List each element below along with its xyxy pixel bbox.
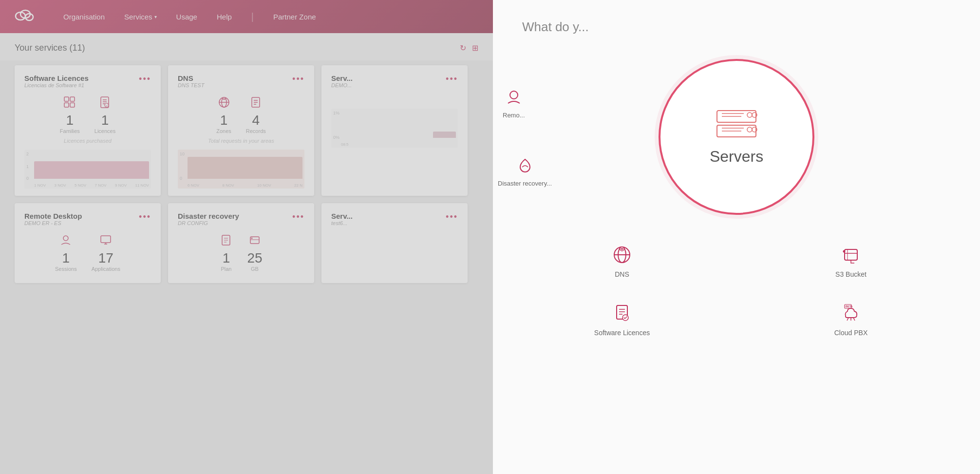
header-icons: ↻ ⊞	[460, 43, 478, 53]
software-label: Software Licences	[594, 329, 650, 337]
nav-usage[interactable]: Usage	[176, 13, 197, 21]
x-label-2: 5 NOV	[75, 183, 86, 188]
refresh-icon[interactable]: ↻	[460, 43, 466, 53]
chart-bar-area-dns	[188, 157, 302, 179]
chart-y-bot-partial: 0%	[333, 135, 339, 140]
licences-label: Licences	[94, 128, 115, 134]
svg-point-48	[621, 248, 623, 250]
nav-help[interactable]: Help	[217, 13, 232, 21]
stat-sessions: 1 Sessions	[55, 234, 77, 272]
licences-icon: ✓	[94, 96, 115, 112]
sessions-label: Sessions	[55, 266, 77, 272]
card-dns[interactable]: DNS DNS TEST •••	[168, 65, 314, 196]
card-menu[interactable]: •••	[292, 74, 304, 84]
svg-point-52	[843, 250, 846, 253]
side-item-remote[interactable]: Remo...	[503, 88, 525, 119]
x-partial: 08:5	[341, 142, 349, 147]
x-label-dns-3: 22 N	[294, 183, 302, 188]
software-icon	[611, 303, 633, 324]
services-dropdown-panel: What do y... Remo... Disaster recovery..…	[493, 0, 980, 474]
dns-label: DNS	[615, 270, 629, 278]
gb-icon	[247, 234, 262, 249]
records-number: 4	[246, 114, 266, 127]
remote-icon	[505, 88, 523, 108]
families-icon	[60, 96, 80, 112]
card-remote-desktop[interactable]: Remote Desktop DEMO ER - ES ••• 1 Sessio…	[15, 203, 161, 283]
chart-bar-dns	[188, 157, 302, 179]
licences-number: 1	[94, 114, 115, 127]
card-chart-partial: 1% 0% 08:5	[331, 109, 458, 148]
sessions-number: 1	[55, 251, 77, 265]
card-disaster-recovery[interactable]: Disaster recovery DR CONFIG •••	[168, 203, 314, 283]
card-menu[interactable]: •••	[446, 74, 458, 84]
chart-bar	[34, 161, 149, 179]
card-server-partial[interactable]: Serv... DEMO... ••• 1% 0% 08:5	[321, 65, 468, 196]
servers-circle-container: Remo... Disaster recovery...	[522, 59, 951, 215]
svg-rect-23	[101, 236, 111, 243]
service-item-dns[interactable]: DNS	[522, 239, 722, 283]
card-menu[interactable]: •••	[139, 212, 151, 222]
servers-circle[interactable]: Servers	[659, 59, 814, 215]
x-label-dns-0: 6 NOV	[188, 183, 199, 188]
svg-point-37	[747, 113, 752, 117]
card-subtitle: Licencias de Software #1	[24, 82, 89, 88]
x-label-4: 9 NOV	[115, 183, 127, 188]
chart-bar-area-partial	[341, 116, 456, 138]
services-title: Your services (11)	[15, 43, 85, 53]
nav-organisation[interactable]: Organisation	[63, 13, 105, 21]
cloud-pbx-icon: BETA	[840, 303, 862, 324]
svg-point-33	[510, 91, 518, 99]
card-title: DNS	[178, 74, 204, 82]
card-serv-partial-2[interactable]: Serv... test6... •••	[321, 203, 468, 283]
zones-number: 1	[216, 114, 231, 127]
x-label-5: 11 NOV	[135, 183, 149, 188]
nav-partner-zone[interactable]: Partner Zone	[273, 13, 316, 21]
service-item-s3[interactable]: S3 Bucket	[751, 239, 951, 283]
card-title: Serv...	[331, 74, 353, 82]
plan-number: 1	[220, 251, 232, 265]
logo-icon	[15, 8, 34, 25]
stat-gb: 25 GB	[247, 234, 262, 272]
families-number: 1	[60, 114, 80, 127]
stat-records: 4 Records	[246, 96, 266, 134]
card-menu[interactable]: •••	[446, 212, 458, 222]
svg-point-22	[63, 236, 68, 241]
side-item-disaster[interactable]: Disaster recovery...	[498, 156, 552, 187]
card-menu[interactable]: •••	[292, 212, 304, 222]
svg-rect-49	[845, 249, 857, 260]
remote-label: Remo...	[503, 112, 525, 119]
card-menu[interactable]: •••	[139, 74, 151, 84]
records-icon	[246, 96, 266, 112]
service-item-cloud-pbx[interactable]: BETA Cloud PBX	[751, 298, 951, 341]
svg-text:✓: ✓	[106, 104, 108, 107]
card-subtitle: DEMO...	[331, 82, 353, 88]
svg-text:BETA: BETA	[846, 305, 853, 308]
chart-y-partial: 1%	[333, 111, 339, 115]
card-subtitle: DEMO ER - ES	[24, 220, 82, 226]
card-title: Remote Desktop	[24, 212, 82, 220]
services-header: Your services (11) ↻ ⊞	[0, 33, 493, 60]
card-title: Software Licences	[24, 74, 89, 82]
x-label-1: 3 NOV	[55, 183, 66, 188]
svg-rect-6	[70, 103, 75, 107]
chart-y-label-top: 2	[26, 152, 29, 156]
grid-icon[interactable]: ⊞	[472, 43, 478, 53]
stat-zones: 1 Zones	[216, 96, 231, 134]
svg-rect-5	[64, 103, 69, 107]
card-chart: 2 1 0 1 NOV 3 NOV 5 NOV 7 NOV 9 NOV 11 N…	[24, 150, 151, 189]
sessions-icon	[55, 234, 77, 249]
service-item-software[interactable]: Software Licences	[522, 298, 722, 341]
dns-icon	[611, 244, 633, 265]
chart-x-labels-dns: 6 NOV 8 NOV 10 NOV 22 N	[188, 183, 302, 188]
gb-label: GB	[247, 266, 262, 272]
servers-icon	[715, 109, 758, 140]
panel-heading: What do y...	[522, 19, 951, 35]
cloud-pbx-label: Cloud PBX	[834, 329, 867, 337]
chart-y-bot: 0	[180, 176, 182, 181]
stat-licences: ✓ 1 Licences	[94, 96, 115, 134]
card-software-licences[interactable]: Software Licences Licencias de Software …	[15, 65, 161, 196]
x-label-dns-1: 8 NOV	[223, 183, 234, 188]
nav-services[interactable]: Services ▾	[124, 13, 157, 21]
stat-families: 1 Families	[60, 96, 80, 134]
s3-label: S3 Bucket	[835, 270, 867, 278]
